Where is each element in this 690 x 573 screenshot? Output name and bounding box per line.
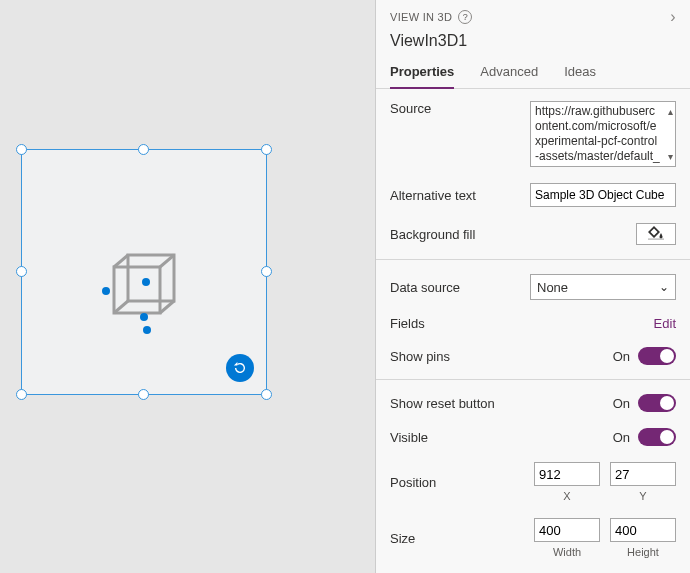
pin-icon — [102, 287, 110, 295]
toggle-state: On — [613, 430, 630, 445]
source-label: Source — [390, 101, 530, 116]
resize-handle-tr[interactable] — [261, 144, 272, 155]
svg-line-5 — [114, 301, 128, 313]
svg-line-3 — [160, 255, 174, 267]
y-sublabel: Y — [610, 490, 676, 502]
svg-rect-6 — [648, 238, 664, 239]
bgfill-button[interactable] — [636, 223, 676, 245]
width-sublabel: Width — [534, 546, 600, 558]
separator — [376, 259, 690, 260]
alt-text-input[interactable] — [530, 183, 676, 207]
resize-handle-bm[interactable] — [138, 389, 149, 400]
visible-toggle[interactable] — [638, 428, 676, 446]
position-y-input[interactable] — [610, 462, 676, 486]
tab-advanced[interactable]: Advanced — [480, 64, 538, 88]
expand-icon[interactable]: › — [670, 8, 676, 26]
resize-handle-mr[interactable] — [261, 266, 272, 277]
help-icon[interactable]: ? — [458, 10, 472, 24]
datasource-dropdown[interactable]: None ⌄ — [530, 274, 676, 300]
caret-up-icon[interactable]: ▴ — [668, 104, 673, 119]
paint-bucket-icon — [648, 226, 664, 243]
tab-properties[interactable]: Properties — [390, 64, 454, 89]
pin-icon — [143, 326, 151, 334]
fields-edit-link[interactable]: Edit — [654, 316, 676, 331]
width-input[interactable] — [534, 518, 600, 542]
canvas-area[interactable] — [0, 0, 375, 573]
control-name: ViewIn3D1 — [390, 32, 676, 50]
pin-icon — [140, 313, 148, 321]
position-label: Position — [390, 475, 530, 490]
reset-view-button[interactable] — [226, 354, 254, 382]
visible-label: Visible — [390, 430, 530, 445]
resize-handle-ml[interactable] — [16, 266, 27, 277]
x-sublabel: X — [534, 490, 600, 502]
pin-icon — [142, 278, 150, 286]
tab-bar: Properties Advanced Ideas — [376, 64, 690, 89]
bgfill-label: Background fill — [390, 227, 530, 242]
svg-line-2 — [114, 255, 128, 267]
resize-handle-br[interactable] — [261, 389, 272, 400]
fields-label: Fields — [390, 316, 530, 331]
toggle-state: On — [613, 349, 630, 364]
resize-handle-tl[interactable] — [16, 144, 27, 155]
tab-ideas[interactable]: Ideas — [564, 64, 596, 88]
toggle-state: On — [613, 396, 630, 411]
alt-text-label: Alternative text — [390, 188, 530, 203]
showpins-toggle[interactable] — [638, 347, 676, 365]
showreset-toggle[interactable] — [638, 394, 676, 412]
caret-down-icon[interactable]: ▾ — [668, 149, 673, 164]
height-input[interactable] — [610, 518, 676, 542]
height-sublabel: Height — [610, 546, 676, 558]
position-x-input[interactable] — [534, 462, 600, 486]
datasource-value: None — [537, 280, 568, 295]
svg-line-4 — [160, 301, 174, 313]
source-input[interactable]: https://raw.githubusercontent.com/micros… — [530, 101, 676, 167]
reset-icon — [233, 361, 247, 375]
showpins-label: Show pins — [390, 349, 530, 364]
showreset-label: Show reset button — [390, 396, 530, 411]
resize-handle-bl[interactable] — [16, 389, 27, 400]
separator — [376, 379, 690, 380]
view-in-3d-control[interactable] — [21, 149, 267, 395]
chevron-down-icon: ⌄ — [659, 280, 669, 294]
properties-panel: VIEW IN 3D ? › ViewIn3D1 Properties Adva… — [375, 0, 690, 573]
source-value: https://raw.githubusercontent.com/micros… — [535, 104, 661, 164]
size-label: Size — [390, 531, 530, 546]
datasource-label: Data source — [390, 280, 530, 295]
panel-type-label: VIEW IN 3D — [390, 11, 452, 23]
resize-handle-tm[interactable] — [138, 144, 149, 155]
